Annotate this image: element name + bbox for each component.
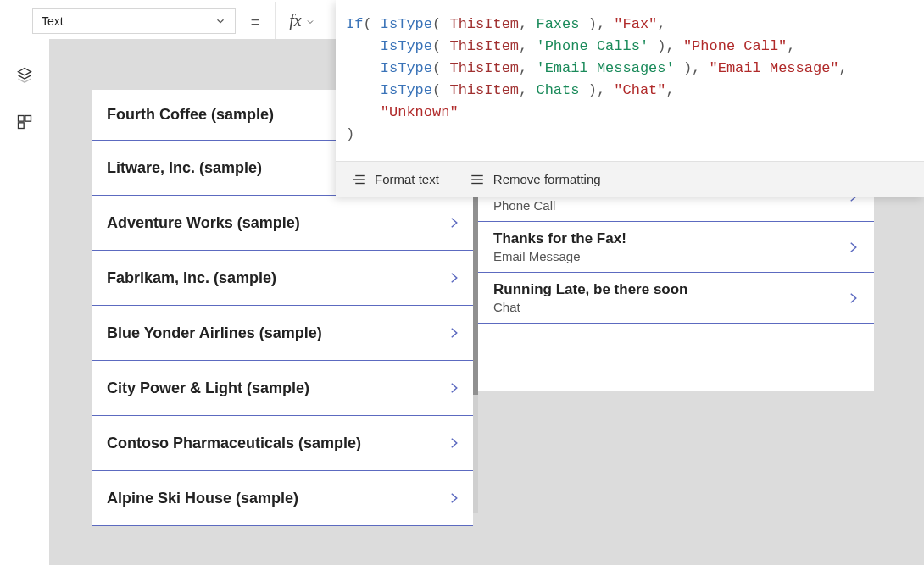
chevron-right-icon[interactable]: [446, 435, 461, 451]
list-item-title: City Power & Light (sample): [107, 379, 309, 397]
format-text-label: Format text: [375, 172, 439, 186]
list-item[interactable]: Alpine Ski House (sample): [92, 471, 473, 526]
components-icon[interactable]: [16, 114, 33, 130]
list-item[interactable]: Running Late, be there soonChat: [478, 273, 874, 324]
list-item-title: Thanks for the Fax!: [493, 230, 626, 247]
chevron-right-icon[interactable]: [845, 291, 860, 306]
list-item-title: Blue Yonder Airlines (sample): [107, 324, 322, 342]
chevron-right-icon[interactable]: [446, 270, 461, 285]
formula-toolbar: Format text Remove formatting: [336, 161, 924, 197]
fx-button[interactable]: fx: [275, 2, 329, 39]
equals-label: =: [236, 5, 275, 39]
list-item[interactable]: Blue Yonder Airlines (sample): [92, 306, 473, 361]
remove-format-icon: [470, 172, 485, 187]
svg-rect-5: [25, 116, 31, 122]
list-item[interactable]: Fabrikam, Inc. (sample): [92, 251, 473, 306]
chevron-right-icon[interactable]: [446, 490, 461, 506]
formula-editor[interactable]: If( IsType( ThisItem, Faxes ), "Fax", Is…: [336, 0, 924, 161]
list-item-title: Litware, Inc. (sample): [107, 159, 262, 177]
remove-formatting-button[interactable]: Remove formatting: [470, 172, 601, 187]
property-dropdown-value: Text: [42, 14, 64, 28]
list-item[interactable]: Contoso Pharmaceuticals (sample): [92, 416, 473, 471]
list-item-title: Adventure Works (sample): [107, 214, 300, 232]
list-item[interactable]: Thanks for the Fax!Email Message: [478, 222, 874, 273]
list-item-title: Fourth Coffee (sample): [107, 106, 274, 124]
format-text-button[interactable]: Format text: [351, 172, 439, 187]
chevron-right-icon[interactable]: [446, 380, 461, 396]
property-dropdown[interactable]: Text: [32, 8, 236, 34]
svg-rect-6: [19, 123, 25, 129]
fx-icon: fx: [289, 11, 301, 30]
svg-marker-3: [19, 69, 31, 75]
list-item-subtitle: Phone Call: [493, 198, 716, 213]
list-item-title: Fabrikam, Inc. (sample): [107, 269, 276, 287]
list-item[interactable]: City Power & Light (sample): [92, 361, 473, 416]
list-item-title: Contoso Pharmaceuticals (sample): [107, 435, 361, 452]
layers-icon[interactable]: [16, 66, 33, 83]
list-item-subtitle: Email Message: [493, 249, 626, 263]
list-item-subtitle: Chat: [493, 300, 688, 314]
list-item-title: Alpine Ski House (sample): [107, 490, 298, 507]
chevron-right-icon[interactable]: [446, 215, 461, 230]
chevron-right-icon[interactable]: [845, 240, 860, 255]
chevron-down-icon: [305, 15, 315, 25]
list-item-title: Running Late, be there soon: [493, 281, 688, 298]
list-item[interactable]: Adventure Works (sample): [92, 196, 473, 251]
nav-rail: [0, 0, 49, 565]
format-icon: [351, 172, 366, 187]
formula-editor-panel: If( IsType( ThisItem, Faxes ), "Fax", Is…: [336, 0, 924, 197]
remove-formatting-label: Remove formatting: [493, 172, 601, 186]
chevron-down-icon: [214, 15, 226, 27]
chevron-right-icon[interactable]: [446, 325, 461, 341]
svg-rect-4: [19, 116, 25, 122]
